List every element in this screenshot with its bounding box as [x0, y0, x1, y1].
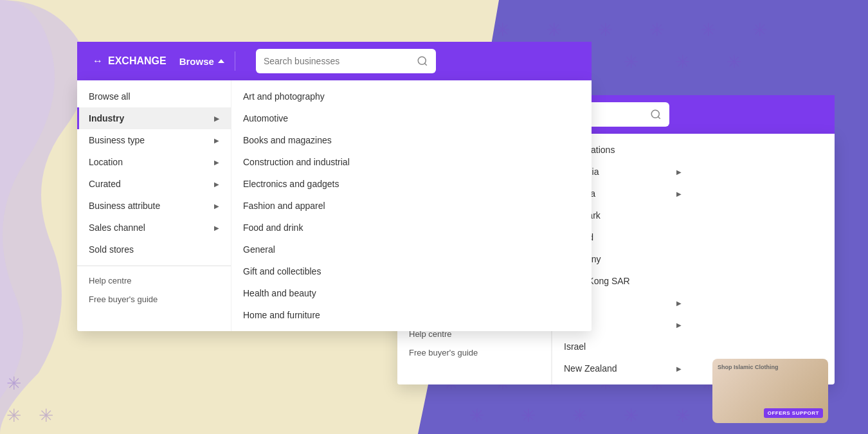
menu-item-industry-primary[interactable]: Industry ▶ — [77, 107, 231, 129]
menu-item-business-attribute-primary[interactable]: Business attribute ▶ — [77, 195, 231, 217]
submenu-electronics-gadgets[interactable]: Electronics and gadgets — [231, 173, 592, 195]
primary-menu-left: Browse all Industry ▶ Business type ▶ Lo… — [77, 80, 231, 331]
snowflake-decoration: ✳ — [495, 19, 510, 41]
menu-item-label: Business type — [89, 135, 145, 145]
chevron-right-icon: ▶ — [214, 181, 219, 188]
menu-item-label: Business attribute — [89, 201, 160, 211]
snowflake-decoration: ✳ — [624, 405, 638, 426]
search-input-primary[interactable] — [264, 56, 417, 66]
search-bar-primary[interactable] — [256, 49, 436, 73]
chevron-right-icon: ▶ — [214, 224, 219, 231]
menu-item-location-primary[interactable]: Location ▶ — [77, 151, 231, 173]
brand-logo[interactable]: ↔ EXCHANGE — [93, 55, 167, 67]
snowflake-decoration: ✳ — [727, 51, 741, 73]
brand-name: EXCHANGE — [108, 55, 167, 67]
menu-item-sales-channel-primary[interactable]: Sales channel ▶ — [77, 217, 231, 239]
menu-item-help-primary[interactable]: Help centre — [77, 271, 231, 290]
snowflake-decoration: ✳ — [547, 19, 561, 41]
snowflake-decoration: ✳ — [752, 19, 767, 41]
snowflake-decoration: ✳ — [624, 51, 638, 73]
menu-item-buyers-guide-secondary[interactable]: Free buyer's guide — [397, 343, 551, 362]
chevron-right-icon: ▶ — [214, 159, 219, 166]
menu-item-label: Location — [89, 157, 123, 167]
menu-item-sold-stores-primary[interactable]: Sold stores — [77, 239, 231, 260]
location-label: Israel — [564, 341, 586, 352]
primary-dropdown: Browse all Industry ▶ Business type ▶ Lo… — [77, 80, 592, 331]
svg-point-0 — [418, 57, 426, 64]
chevron-right-icon: ▶ — [676, 168, 682, 176]
location-israel[interactable]: Israel — [552, 336, 693, 357]
menu-item-label: Sold stores — [89, 244, 134, 255]
chevron-right-icon: ▶ — [676, 321, 682, 329]
primary-navbar: ↔ EXCHANGE Browse — [77, 42, 592, 80]
menu-item-browse-all-primary[interactable]: Browse all — [77, 86, 231, 107]
snowflake-decoration: ✳ — [598, 19, 613, 41]
location-new-zealand[interactable]: New Zealand ▶ — [552, 357, 693, 379]
submenu-home-furniture[interactable]: Home and furniture — [231, 304, 592, 326]
browse-label-primary: Browse — [179, 56, 214, 67]
chevron-right-icon: ▶ — [214, 115, 219, 122]
menu-item-buyers-guide-primary[interactable]: Free buyer's guide — [77, 290, 231, 309]
snowflake-decoration: ✳ — [649, 19, 664, 41]
menu-item-label: Browse all — [89, 91, 131, 102]
menu-item-label: Sales channel — [89, 222, 145, 233]
menu-item-curated-primary[interactable]: Curated ▶ — [77, 173, 231, 195]
primary-menu-right: Art and photography Automotive Books and… — [231, 80, 592, 331]
browse-arrow-primary — [218, 59, 224, 63]
snowflake-decoration: ✳ — [469, 405, 484, 426]
chevron-right-icon: ▶ — [676, 365, 682, 372]
snowflake-decoration: ✳ — [572, 405, 587, 426]
submenu-art-photography[interactable]: Art and photography — [231, 86, 592, 107]
chevron-right-icon: ▶ — [214, 203, 219, 210]
location-label: New Zealand — [564, 363, 617, 374]
primary-menu-card: ↔ EXCHANGE Browse Browse all Industry ▶ — [77, 42, 592, 331]
menu-item-label: Industry — [89, 113, 124, 123]
submenu-fashion-apparel[interactable]: Fashion and apparel — [231, 195, 592, 217]
submenu-general[interactable]: General — [231, 239, 592, 260]
submenu-food-drink[interactable]: Food and drink — [231, 217, 592, 239]
submenu-health-beauty[interactable]: Health and beauty — [231, 282, 592, 304]
navbar-divider-primary — [235, 51, 235, 71]
snowflake-decoration: ✳ — [675, 405, 690, 426]
search-icon-primary — [417, 55, 428, 67]
menu-item-business-type-primary[interactable]: Business type ▶ — [77, 129, 231, 151]
search-icon-secondary — [650, 109, 662, 120]
snowflake-decoration: ✳ — [701, 19, 716, 41]
menu-item-label: Curated — [89, 179, 121, 189]
submenu-construction-industrial[interactable]: Construction and industrial — [231, 151, 592, 173]
exchange-icon: ↔ — [93, 55, 103, 67]
browse-button-primary[interactable]: Browse — [179, 56, 224, 67]
menu-divider-primary — [77, 266, 231, 266]
snowflake-decoration: ✳ — [675, 51, 690, 73]
submenu-automotive[interactable]: Automotive — [231, 107, 592, 129]
chevron-right-icon: ▶ — [214, 137, 219, 144]
chevron-right-icon: ▶ — [676, 190, 682, 197]
chevron-right-icon: ▶ — [676, 300, 682, 307]
submenu-gift-collectibles[interactable]: Gift and collectibles — [231, 260, 592, 282]
snowflake-decoration: ✳ — [521, 405, 536, 426]
svg-point-1 — [651, 110, 659, 118]
submenu-books-magazines[interactable]: Books and magazines — [231, 129, 592, 151]
